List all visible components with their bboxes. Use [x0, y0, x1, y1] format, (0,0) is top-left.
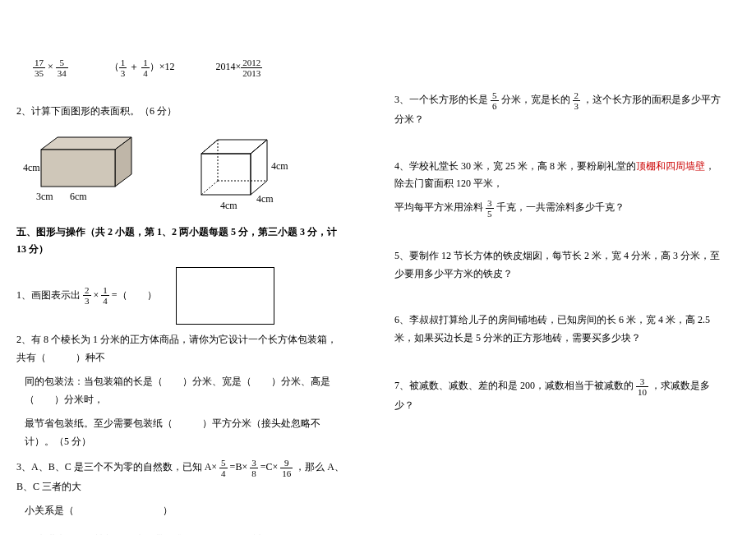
expression-1: 1735 × 534: [33, 58, 68, 78]
cuboid-figures: 4cm 3cm 6cm 4cm 4cm 4cm: [25, 133, 345, 207]
right-q3: 3、一个长方形的长是 56 分米，宽是长的 23 ，这个长方形的面积是多少平方分…: [394, 90, 723, 129]
draw-rectangle: [176, 267, 274, 325]
q5-3-line2: 小关系是（ ）: [25, 502, 345, 520]
cuboid-2: 4cm 4cm 4cm: [189, 133, 288, 207]
q2-title: 2、计算下面图形的表面积。（6 分）: [16, 103, 345, 121]
highlight-text: 顶棚和四周墙壁: [636, 160, 705, 172]
right-q4: 4、学校礼堂长 30 米，宽 25 米，高 8 米，要粉刷礼堂的顶棚和四周墙壁，…: [394, 158, 723, 219]
right-q7: 7、被减数、减数、差的和是 200，减数相当于被减数的 310 ，求减数是多少？: [394, 376, 723, 415]
svg-marker-3: [201, 140, 267, 154]
cuboid-2-w: 4cm: [220, 197, 237, 215]
q5-2-b: 同的包装法：当包装箱的长是（ ）分米、宽是（ ）分米、高是（ ）分米时，: [25, 373, 345, 408]
q5-1: 1、画图表示出 23 × 14 =（ ）: [16, 267, 345, 325]
svg-line-8: [201, 181, 218, 195]
right-column: 3、一个长方形的长是 56 分米，宽是长的 23 ，这个长方形的面积是多少平方分…: [378, 0, 740, 451]
section-walk-title: 五、走进生活，解决问题（本题共 6 小题，每题 6 分，计 42 分）: [16, 532, 345, 535]
cuboid-1-w: 6cm: [70, 188, 87, 206]
section-5-title: 五、图形与操作（共 2 小题，第 1、2 两小题每题 5 分，第三小题 3 分，…: [16, 224, 345, 259]
cuboid-2-d: 4cm: [256, 191, 274, 209]
right-q5: 5、要制作 12 节长方体的铁皮烟囱，每节长 2 米，宽 4 分米，高 3 分米…: [394, 247, 723, 283]
svg-marker-4: [251, 140, 267, 195]
cuboid-1-d: 3cm: [36, 188, 53, 206]
svg-rect-2: [41, 150, 115, 187]
expression-3: 2014×20122013: [216, 58, 263, 78]
q5-2-a: 2、有 8 个棱长为 1 分米的正方体商品，请你为它设计一个长方体包装箱，共有（…: [16, 331, 345, 367]
left-column: 1735 × 534 （13 ＋ 14）×12 2014×20122013 2、…: [0, 0, 362, 535]
q5-3: 3、A、B、C 是三个不为零的自然数，已知 A× 54 =B× 38 =C× 9…: [16, 458, 345, 496]
expression-row: 1735 × 534 （13 ＋ 14）×12 2014×20122013: [33, 58, 345, 78]
q5-2-c: 最节省包装纸。至少需要包装纸（ ）平方分米（接头处忽略不计）。（5 分）: [25, 415, 345, 450]
svg-rect-5: [201, 154, 251, 195]
expression-2: （13 ＋ 14）×12: [109, 58, 175, 78]
right-q6: 6、李叔叔打算给儿子的房间铺地砖，已知房间的长 6 米，宽 4 米，高 2.5 …: [394, 311, 723, 347]
cuboid-2-h: 4cm: [271, 158, 288, 176]
cuboid-1-h: 4cm: [23, 159, 40, 178]
cuboid-1: 4cm 3cm 6cm: [25, 133, 140, 199]
